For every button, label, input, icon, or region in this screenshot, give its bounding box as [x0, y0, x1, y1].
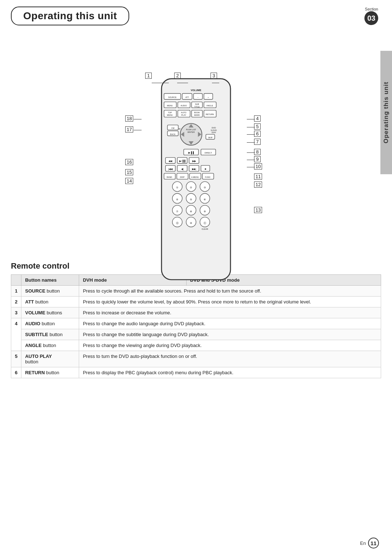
- line-5: [247, 127, 255, 127]
- svg-text:SKIP: SKIP: [208, 136, 213, 139]
- svg-text:TITLE: TITLE: [194, 106, 200, 108]
- svg-text:⑨: ⑨: [204, 210, 206, 213]
- svg-text:Ⓒ: Ⓒ: [204, 222, 206, 224]
- svg-text:/ENTER: /ENTER: [188, 131, 195, 133]
- svg-text:▶▶: ▶▶: [192, 160, 196, 162]
- svg-text:FUNC: FUNC: [205, 176, 211, 178]
- table-row: SUBTITLE buttonPress to change the subti…: [11, 329, 381, 340]
- svg-text:|◀◀: |◀◀: [168, 168, 173, 171]
- title-box: Operating this unit: [11, 7, 129, 25]
- svg-text:▶▶|: ▶▶|: [192, 168, 196, 171]
- button-name-cell: AUDIO button: [21, 318, 79, 329]
- row-number: 6: [11, 367, 21, 378]
- svg-text:AUTO: AUTO: [181, 111, 187, 114]
- line-6: [247, 134, 255, 135]
- section-label: Section: [365, 7, 378, 11]
- remote-control-svg: VOLUME SOURCE ATT − + MENU AUDIO SUB TIT…: [138, 76, 254, 283]
- dvh-mode-cell: Press to cycle through all the available…: [79, 286, 381, 297]
- svg-text:MENU: MENU: [167, 114, 173, 116]
- dvh-mode-cell: Press to change the audio language durin…: [79, 318, 381, 329]
- svg-text:PLAY: PLAY: [181, 114, 186, 116]
- button-name-bold: ANGLE: [25, 343, 42, 348]
- svg-text:CM: CM: [171, 127, 175, 129]
- diag-label-8: 8: [254, 149, 261, 155]
- line-18: [134, 119, 142, 119]
- button-name-cell: SOURCE button: [21, 286, 79, 297]
- button-name-cell: VOLUME buttons: [21, 307, 79, 318]
- svg-text:⑧: ⑧: [190, 210, 192, 213]
- page-header: Operating this unit Section 03: [0, 0, 392, 25]
- table-row: 6RETURN buttonPress to display the PBC (…: [11, 367, 381, 378]
- col-header-button: Button names: [21, 275, 79, 286]
- page-title: Operating this unit: [23, 10, 117, 22]
- button-name-cell: ANGLE button: [21, 340, 79, 351]
- svg-text:⑥: ⑥: [204, 198, 206, 201]
- col-header-num: [11, 275, 21, 286]
- button-name-bold: SOURCE: [25, 288, 45, 294]
- svg-text:TOP: TOP: [168, 111, 172, 114]
- line-4: [247, 119, 255, 119]
- svg-text:■: ■: [205, 168, 206, 170]
- line-17: [134, 130, 142, 130]
- diag-label-18: 18: [125, 115, 133, 122]
- svg-text:VOLUME: VOLUME: [191, 89, 201, 91]
- dvh-mode-cell: Press to turn the DVD auto-playback func…: [79, 351, 381, 367]
- page-footer: En 11: [360, 538, 379, 548]
- svg-text:③: ③: [204, 186, 206, 189]
- diag-label-12: 12: [254, 181, 262, 188]
- button-name-cell: AUTO PLAYbutton: [21, 351, 79, 367]
- svg-text:A.MENU: A.MENU: [191, 176, 199, 178]
- svg-text:◀◀: ◀◀: [168, 160, 172, 162]
- svg-text:DVD: DVD: [212, 127, 216, 129]
- remote-diagram-area: 1 2 3 18 17 16 15 14 4 5 6 7 8 9 10 11 1…: [0, 36, 392, 250]
- svg-text:MENU: MENU: [167, 105, 173, 107]
- row-number: 5: [11, 351, 21, 367]
- dvh-mode-cell: Press to quickly lower the volume level,…: [79, 297, 381, 307]
- button-name-cell: ATT button: [21, 297, 79, 307]
- svg-text:S-DVD: S-DVD: [211, 129, 217, 131]
- table-row: 2ATT buttonPress to quickly lower the vo…: [11, 297, 381, 307]
- line-3: [212, 83, 219, 83]
- table-row: 5AUTO PLAYbuttonPress to turn the DVD au…: [11, 351, 381, 367]
- svg-text:②: ②: [190, 186, 192, 189]
- svg-text:◀|: ◀|: [181, 168, 184, 171]
- line-8: [247, 152, 255, 153]
- row-number: 4: [11, 318, 21, 351]
- table-row: ANGLE buttonPress to change the viewing …: [11, 340, 381, 351]
- diag-label-4: 4: [254, 115, 261, 122]
- diag-label-13: 13: [254, 207, 262, 213]
- svg-text:CLEAR: CLEAR: [201, 228, 208, 230]
- line-7: [247, 142, 255, 143]
- svg-text:BOOK: BOOK: [194, 111, 200, 114]
- svg-text:⑦: ⑦: [176, 210, 178, 213]
- button-name-bold: AUTO PLAY: [25, 354, 52, 359]
- svg-text:DVH: DVH: [212, 131, 216, 134]
- footer-en-label: En: [360, 540, 366, 546]
- svg-text:MARK: MARK: [194, 114, 200, 116]
- svg-text:RETURN: RETURN: [206, 113, 214, 115]
- dvh-mode-cell: Press to increase or decrease the volume…: [79, 307, 381, 318]
- diag-label-7: 7: [254, 139, 261, 145]
- row-number: 1: [11, 286, 21, 297]
- button-name-bold: ATT: [25, 299, 34, 305]
- svg-text:DISP: DISP: [180, 176, 185, 178]
- line-2: [177, 83, 188, 83]
- diag-label-9: 9: [254, 156, 261, 162]
- diag-label-6: 6: [254, 131, 261, 137]
- table-row: 3VOLUME buttonsPress to increase or decr…: [11, 307, 381, 318]
- svg-text:PUSH LIST: PUSH LIST: [186, 128, 196, 131]
- diag-label-17: 17: [125, 126, 133, 132]
- svg-text:ATT: ATT: [185, 96, 189, 98]
- diag-label-10: 10: [254, 163, 262, 170]
- svg-text:⑤: ⑤: [190, 198, 192, 201]
- dvh-mode-cell: Press to change the viewing angle during…: [79, 340, 381, 351]
- diag-label-15: 15: [125, 169, 133, 175]
- svg-text:⑩: ⑩: [190, 222, 192, 224]
- section-number: 03: [364, 11, 378, 25]
- footer-page-number: 11: [368, 538, 379, 548]
- remote-control-table: Button names DVH mode DVD and S-DVD mode…: [11, 274, 381, 378]
- svg-text:AUDIO: AUDIO: [181, 105, 187, 107]
- svg-text:①: ①: [176, 186, 178, 189]
- button-name-bold: RETURN: [25, 370, 45, 375]
- button-name-cell: SUBTITLE button: [21, 329, 79, 340]
